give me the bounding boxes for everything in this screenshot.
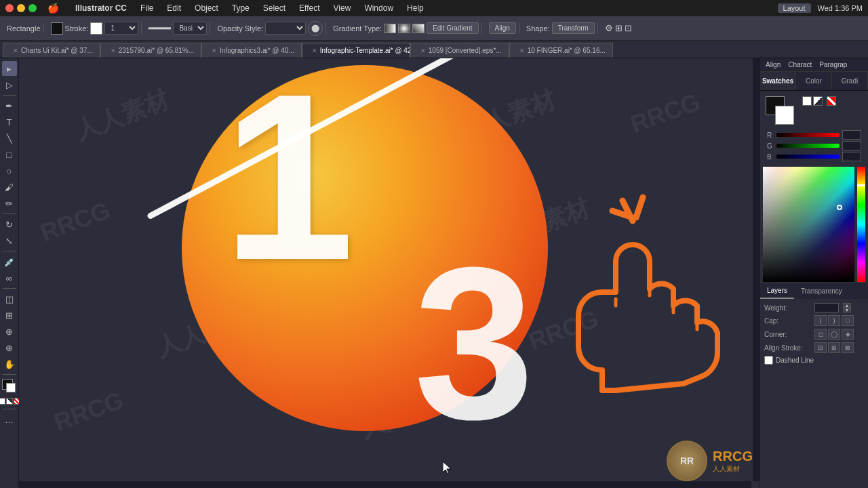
menu-illustrator[interactable]: Illustrator CC [73, 3, 130, 13]
weight-down[interactable]: ▼ [843, 308, 851, 312]
tab-transparency[interactable]: Transparency [794, 283, 849, 299]
shape-builder-tool[interactable]: ⊕ [2, 324, 17, 339]
blend-tool[interactable]: ∞ [2, 270, 17, 285]
style-select[interactable] [265, 22, 306, 35]
line-tool[interactable]: ╲ [2, 131, 17, 146]
align-outside[interactable]: ⊠ [842, 342, 854, 353]
hue-slider[interactable] [857, 167, 865, 282]
type-tool[interactable]: T [2, 115, 17, 129]
color-spectrum[interactable] [763, 167, 854, 282]
tab-layers[interactable]: Layers [760, 283, 794, 299]
none-fill-icon[interactable] [813, 96, 823, 106]
menu-edit[interactable]: Edit [164, 3, 184, 13]
fill-stroke-indicator[interactable] [2, 379, 17, 394]
fill-swatch[interactable] [51, 22, 63, 35]
layout-label[interactable]: Layout [778, 3, 811, 13]
edit-gradient-button[interactable]: Edit Gradient [427, 22, 478, 34]
cap-butt[interactable]: | [814, 315, 827, 326]
gradient-mode-icon[interactable] [6, 398, 13, 405]
green-input[interactable] [842, 141, 861, 150]
align-center[interactable]: ⊟ [814, 342, 827, 353]
menu-window[interactable]: Window [361, 3, 396, 13]
tab-close-1059[interactable]: ✕ [420, 47, 426, 54]
tab-infographics3[interactable]: ✕ Infographics3.ai* @ 40... [201, 43, 302, 58]
rect-tool[interactable]: □ [2, 147, 17, 162]
dashed-line-checkbox[interactable] [764, 356, 773, 365]
panel-tab-align[interactable]: Align [763, 60, 783, 70]
gradient-tool[interactable]: ◫ [2, 291, 17, 306]
blue-slider[interactable] [776, 155, 840, 159]
stroke-weight-select[interactable]: 1 [104, 22, 138, 35]
tab-10finger[interactable]: ✕ 10 FINGER.ai* @ 65.16... [509, 43, 613, 58]
corner-round[interactable]: ◯ [828, 329, 840, 340]
traffic-lights[interactable] [5, 4, 37, 12]
tab-close-infographic[interactable]: ✕ [312, 47, 317, 54]
normal-mode-icon[interactable] [0, 398, 5, 405]
color-icon[interactable]: ⬤ [308, 21, 323, 36]
vertical-scrollbar[interactable] [753, 58, 760, 481]
corner-miter[interactable]: ◻ [814, 329, 827, 340]
zoom-tool[interactable]: ⊕ [2, 340, 17, 355]
more-tools[interactable]: … [2, 412, 17, 427]
gradient-linear[interactable] [384, 24, 396, 33]
minimize-button[interactable] [17, 4, 25, 12]
close-button[interactable] [5, 4, 14, 12]
tab-close-2315790[interactable]: ✕ [111, 47, 116, 54]
weight-input[interactable] [814, 303, 839, 312]
stroke-color-box[interactable] [775, 106, 794, 125]
ellipse-tool[interactable]: ○ [2, 163, 17, 178]
tab-2315790[interactable]: ✕ 2315790.ai* @ 65.81%... [100, 43, 201, 58]
scale-tool[interactable]: ⤡ [2, 233, 17, 248]
select-tool[interactable]: ▸ [2, 61, 17, 76]
tab-infographic-template[interactable]: ✕ Infographic-Template.ai* @ 425.92% (RG… [302, 43, 410, 58]
canvas-area[interactable]: 人人素材 RRCG 人人素材 RRCG RRCG 人人素材 人人素材 RRCG … [19, 58, 760, 488]
tab-gradient[interactable]: Gradi [832, 72, 868, 90]
rotate-tool[interactable]: ↻ [2, 217, 17, 232]
menu-object[interactable]: Object [192, 3, 221, 13]
tool-extra-1[interactable]: ⚙ [605, 23, 613, 33]
direct-select-tool[interactable]: ▷ [2, 77, 17, 92]
green-slider[interactable] [776, 144, 840, 148]
tab-close-charts[interactable]: ✕ [13, 47, 18, 54]
stroke-color[interactable] [90, 22, 102, 35]
maximize-button[interactable] [28, 4, 37, 12]
gradient-freeform[interactable] [412, 24, 425, 33]
cap-square[interactable]: □ [842, 315, 854, 326]
tab-close-10finger[interactable]: ✕ [519, 47, 525, 54]
stroke-basic-select[interactable]: Basic [173, 22, 207, 35]
panel-tab-paragraph[interactable]: Paragrap [816, 60, 850, 70]
weight-up[interactable]: ▲ [843, 303, 851, 308]
menu-help[interactable]: Help [404, 3, 427, 13]
menu-file[interactable]: File [138, 3, 156, 13]
tab-charts[interactable]: ✕ Charts Ui Kit.ai* @ 37... [3, 43, 100, 58]
paintbrush-tool[interactable]: 🖌 [2, 180, 17, 195]
align-inside[interactable]: ⊞ [828, 342, 840, 353]
tab-1059[interactable]: ✕ 1059 [Converted].eps*... [410, 43, 509, 58]
tab-color[interactable]: Color [796, 72, 832, 90]
tool-extra-2[interactable]: ⊞ [615, 23, 623, 33]
transform-button[interactable]: Transform [552, 22, 595, 34]
solid-fill-icon[interactable] [802, 96, 812, 106]
apple-menu[interactable]: 🍎 [45, 3, 62, 14]
gradient-radial[interactable] [398, 24, 410, 33]
color-spectrum-container[interactable] [763, 167, 865, 282]
blue-input[interactable] [842, 152, 861, 161]
tab-swatches[interactable]: Swatches [760, 72, 796, 90]
mesh-tool[interactable]: ⊞ [2, 308, 17, 323]
cap-round[interactable]: ) [828, 315, 840, 326]
no-color-icon[interactable] [827, 96, 836, 106]
menu-effect[interactable]: Effect [296, 3, 322, 13]
align-button[interactable]: Align [489, 22, 516, 34]
menu-type[interactable]: Type [229, 3, 252, 13]
hand-tool[interactable]: ✋ [2, 357, 17, 371]
menu-view[interactable]: View [331, 3, 354, 13]
horizontal-scrollbar[interactable] [19, 481, 751, 488]
menu-select[interactable]: Select [260, 3, 288, 13]
eyedropper-tool[interactable]: 💉 [2, 254, 17, 269]
panel-tab-character[interactable]: Charact [785, 60, 814, 70]
red-slider[interactable] [776, 133, 840, 137]
tool-extra-3[interactable]: ⊡ [625, 23, 632, 33]
pencil-tool[interactable]: ✏ [2, 196, 17, 211]
corner-bevel[interactable]: ◈ [842, 329, 854, 340]
red-input[interactable] [842, 130, 861, 140]
